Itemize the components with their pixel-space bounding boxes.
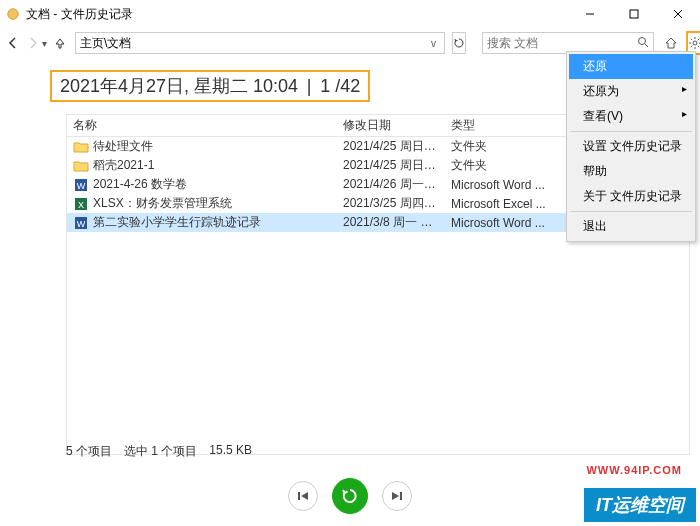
svg-line-6: [645, 44, 648, 47]
svg-rect-22: [298, 492, 300, 500]
file-type: 文件夹: [445, 157, 553, 174]
svg-line-14: [691, 46, 692, 47]
svg-line-13: [698, 46, 699, 47]
address-bar[interactable]: 主页\文档 v: [75, 32, 445, 54]
file-name: 待处理文件: [93, 138, 153, 155]
next-button[interactable]: [382, 481, 412, 511]
page-index: 1 /42: [320, 76, 360, 96]
selection-size: 15.5 KB: [209, 443, 252, 460]
restore-button[interactable]: [332, 478, 368, 514]
svg-line-15: [698, 39, 699, 40]
column-date[interactable]: 修改日期: [337, 117, 445, 134]
svg-point-7: [693, 41, 697, 45]
up-button[interactable]: [53, 31, 67, 55]
file-date: 2021/4/25 周日 0:50: [337, 138, 445, 155]
gear-context-menu: 还原 还原为▸ 查看(V)▸ 设置 文件历史记录 帮助 关于 文件历史记录 退出: [566, 51, 696, 242]
file-date: 2021/4/26 周一 11:35: [337, 176, 445, 193]
file-name: 2021-4-26 数学卷: [93, 176, 187, 193]
file-type: Microsoft Word ...: [445, 216, 553, 230]
svg-point-0: [8, 9, 19, 20]
svg-rect-2: [630, 10, 638, 18]
svg-rect-23: [400, 492, 402, 500]
menu-about[interactable]: 关于 文件历史记录: [569, 184, 693, 209]
close-button[interactable]: [656, 0, 700, 28]
address-text: 主页\文档: [80, 35, 427, 52]
selection-count: 选中 1 个项目: [124, 443, 197, 460]
menu-view[interactable]: 查看(V)▸: [569, 104, 693, 129]
svg-text:X: X: [78, 200, 84, 210]
status-bar: 5 个项目 选中 1 个项目 15.5 KB: [66, 443, 252, 460]
watermark-url: WWW.94IP.COM: [586, 464, 682, 476]
word-icon: W: [73, 215, 89, 231]
file-name: XLSX：财务发票管理系统: [93, 195, 232, 212]
menu-restore[interactable]: 还原: [569, 54, 693, 79]
history-dropdown-icon[interactable]: ▾: [42, 38, 47, 49]
menu-exit[interactable]: 退出: [569, 214, 693, 239]
svg-line-12: [691, 39, 692, 40]
folder-icon: [73, 158, 89, 174]
column-name[interactable]: 名称: [67, 117, 337, 134]
maximize-button[interactable]: [612, 0, 656, 28]
minimize-button[interactable]: [568, 0, 612, 28]
svg-text:W: W: [77, 181, 86, 191]
column-type[interactable]: 类型: [445, 117, 553, 134]
chevron-right-icon: ▸: [682, 83, 687, 94]
excel-icon: X: [73, 196, 89, 212]
search-input[interactable]: [487, 36, 637, 50]
refresh-button[interactable]: [452, 32, 466, 54]
folder-icon: [73, 139, 89, 155]
file-date: 2021/3/8 周一 12:22: [337, 214, 445, 231]
search-icon[interactable]: [637, 36, 649, 50]
svg-point-5: [639, 38, 646, 45]
gear-button[interactable]: [688, 33, 700, 53]
page-sep: |: [307, 76, 312, 96]
chevron-right-icon: ▸: [682, 108, 687, 119]
file-date: 2021/4/25 周日 0:47: [337, 157, 445, 174]
file-type: Microsoft Word ...: [445, 178, 553, 192]
file-type: Microsoft Excel ...: [445, 197, 553, 211]
watermark-brand: IT运维空间: [584, 488, 696, 522]
svg-text:W: W: [77, 219, 86, 229]
app-icon: [6, 7, 20, 21]
address-dropdown-icon[interactable]: v: [427, 38, 440, 49]
back-button[interactable]: [6, 31, 20, 55]
file-type: 文件夹: [445, 138, 553, 155]
word-icon: W: [73, 177, 89, 193]
titlebar: 文档 - 文件历史记录: [0, 0, 700, 28]
menu-restore-as[interactable]: 还原为▸: [569, 79, 693, 104]
previous-button[interactable]: [288, 481, 318, 511]
item-count: 5 个项目: [66, 443, 112, 460]
forward-button: [26, 31, 40, 55]
file-name: 稻壳2021-1: [93, 157, 154, 174]
menu-help[interactable]: 帮助: [569, 159, 693, 184]
file-date: 2021/3/25 周四 13:14: [337, 195, 445, 212]
window-title: 文档 - 文件历史记录: [26, 6, 568, 23]
date-text: 2021年4月27日, 星期二 10:04: [60, 76, 298, 96]
menu-settings[interactable]: 设置 文件历史记录: [569, 134, 693, 159]
file-name: 第二实验小学学生行踪轨迹记录: [93, 214, 261, 231]
